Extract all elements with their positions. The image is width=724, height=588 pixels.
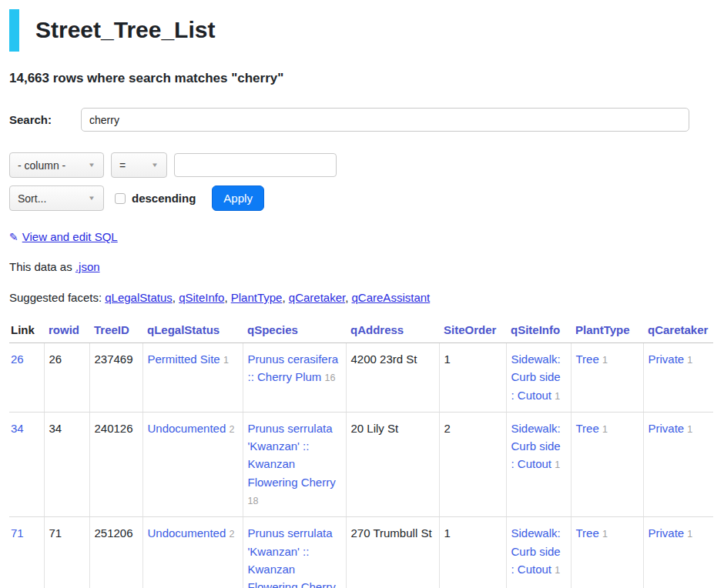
facet-count: 1 (687, 424, 692, 435)
cell-qaddress: 20 Lily St (346, 412, 439, 516)
row-link[interactable]: 26 (11, 352, 24, 366)
cell-qlegalstatus: Undocumented 2 (142, 412, 243, 516)
cell-planttype: Tree 1 (571, 517, 643, 588)
column-header-siteorder: SiteOrder (439, 319, 506, 343)
sort-select[interactable]: Sort... ▼ (9, 185, 104, 211)
search-form: Search: (9, 108, 713, 132)
sort-form: Sort... ▼ descending Apply (9, 185, 713, 211)
table-row: 26 26 237469 Permitted Site 1 Prunus cer… (9, 343, 713, 413)
cell-rowid: 34 (44, 412, 89, 516)
cell-qsiteinfo: Sidewalk: Curb side : Cutout 1 (506, 517, 571, 588)
column-header-link: Link (9, 319, 44, 343)
results-table: Link rowid TreeID qLegalStatus qSpecies … (9, 319, 713, 588)
json-link[interactable]: .json (75, 260, 100, 273)
search-input[interactable] (81, 108, 689, 132)
facet-count: 1 (555, 391, 560, 402)
facet-item: qSiteInfo (179, 291, 231, 304)
pencil-icon: ✎ (9, 231, 18, 243)
chevron-down-icon: ▼ (88, 195, 96, 202)
facet-link-qlegalstatus[interactable]: qLegalStatus (105, 291, 173, 304)
facet-count: 1 (555, 565, 560, 576)
cell-treeid: 240126 (89, 412, 142, 516)
table-row: 34 34 240126 Undocumented 2 Prunus serru… (9, 412, 713, 516)
cell-qcaretaker: Private 1 (643, 412, 713, 516)
cell-qaddress: 270 Trumbull St (346, 517, 439, 588)
filter-operator-value: = (119, 159, 126, 172)
cell-qlegalstatus: Undocumented 2 (142, 517, 243, 588)
data-as-prefix: This data as (9, 260, 75, 273)
cell-treeid: 237469 (89, 343, 142, 413)
facet-count: 1 (602, 355, 608, 366)
facet-count: 1 (602, 529, 608, 540)
facet-link-qcareassistant[interactable]: qCareAssistant (352, 291, 431, 304)
apply-button[interactable]: Apply (212, 185, 264, 211)
filter-operator-select[interactable]: = ▼ (111, 152, 167, 178)
filter-form: - column - ▼ = ▼ (9, 152, 713, 178)
cell-planttype: Tree 1 (571, 343, 643, 413)
facet-count: 1 (223, 355, 229, 366)
facet-count: 1 (555, 459, 560, 470)
cell-qcaretaker: Private 1 (643, 517, 713, 588)
column-header-treeid: TreeID (89, 319, 142, 343)
cell-qaddress: 4200 23rd St (346, 343, 439, 413)
facet-item: qCaretaker (289, 291, 352, 304)
row-link[interactable]: 34 (11, 422, 24, 435)
cell-planttype: Tree 1 (571, 412, 643, 516)
filter-column-value: - column - (18, 159, 65, 172)
sort-select-value: Sort... (18, 192, 46, 205)
facet-link-qsiteinfo[interactable]: qSiteInfo (179, 291, 224, 304)
cell-qspecies: Prunus serrulata 'Kwanzan' :: Kwanzan Fl… (243, 517, 346, 588)
chevron-down-icon: ▼ (88, 162, 96, 169)
column-header-qaddress: qAddress (346, 319, 439, 343)
facet-link-qcaretaker[interactable]: qCaretaker (289, 291, 345, 304)
facet-item: PlantType (231, 291, 289, 304)
column-header-qspecies: qSpecies (243, 319, 346, 343)
facets-prefix: Suggested facets: (9, 291, 105, 304)
cell-rowid: 71 (44, 517, 89, 588)
cell-treeid: 251206 (89, 517, 142, 588)
column-header-qcaretaker: qCaretaker (643, 319, 713, 343)
suggested-facets: Suggested facets: qLegalStatusqSiteInfoP… (9, 291, 713, 304)
cell-qlegalstatus: Permitted Site 1 (142, 343, 243, 413)
cell-qspecies: Prunus serrulata 'Kwanzan' :: Kwanzan Fl… (243, 412, 346, 516)
column-header-rowid: rowid (44, 319, 89, 343)
filter-value-input[interactable] (174, 153, 337, 177)
facet-count: 2 (229, 424, 234, 435)
filter-column-select[interactable]: - column - ▼ (9, 152, 104, 178)
cell-qcaretaker: Private 1 (643, 343, 713, 413)
facet-count: 18 (248, 496, 259, 506)
facet-item: qCareAssistant (352, 291, 431, 304)
search-label: Search: (9, 113, 81, 126)
column-header-planttype: PlantType (571, 319, 643, 343)
cell-siteorder: 1 (439, 343, 506, 413)
facet-link-planttype[interactable]: PlantType (231, 291, 283, 304)
column-header-qsiteinfo: qSiteInfo (506, 319, 571, 343)
page-title: Street_Tree_List (35, 9, 215, 52)
view-edit-sql-link[interactable]: View and edit SQL (22, 230, 118, 243)
descending-checkbox[interactable] (115, 193, 126, 204)
facet-count: 1 (687, 355, 692, 366)
row-link[interactable]: 71 (11, 526, 24, 540)
cell-qspecies: Prunus cerasifera :: Cherry Plum 16 (243, 343, 346, 413)
table-row: 71 71 251206 Undocumented 2 Prunus serru… (9, 517, 713, 588)
cell-qsiteinfo: Sidewalk: Curb side : Cutout 1 (506, 412, 571, 516)
facet-item: qLegalStatus (105, 291, 179, 304)
cell-rowid: 26 (44, 343, 89, 413)
page-header: Street_Tree_List (9, 9, 713, 52)
accent-bar (9, 9, 19, 52)
facet-count: 2 (229, 529, 234, 540)
table-header-row: Link rowid TreeID qLegalStatus qSpecies … (9, 319, 713, 343)
cell-siteorder: 1 (439, 517, 506, 588)
facet-count: 1 (602, 424, 608, 435)
column-header-qlegalstatus: qLegalStatus (142, 319, 243, 343)
descending-label: descending (132, 192, 196, 205)
cell-qsiteinfo: Sidewalk: Curb side : Cutout 1 (506, 343, 571, 413)
chevron-down-icon: ▼ (151, 162, 159, 169)
facet-count: 1 (687, 529, 692, 540)
row-count-summary: 14,663 rows where search matches "cherry… (9, 71, 713, 86)
facet-count: 16 (325, 373, 336, 383)
cell-siteorder: 2 (439, 412, 506, 516)
